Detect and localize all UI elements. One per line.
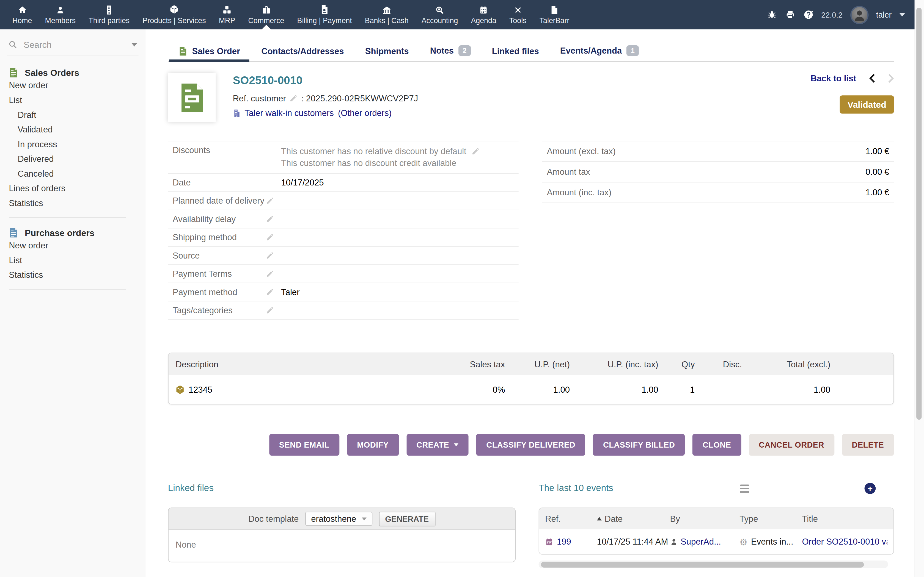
sidebar-item-validated[interactable]: Validated	[9, 122, 145, 137]
sidebar-item-canceled[interactable]: Canceled	[9, 166, 145, 181]
tab-notes[interactable]: Notes 2	[419, 42, 481, 61]
event-ref-link[interactable]: 199	[557, 537, 571, 546]
chevron-left-icon[interactable]	[869, 74, 875, 83]
nav-agenda[interactable]: Agenda	[464, 0, 503, 29]
sidebar-item-in-process[interactable]: In process	[9, 137, 145, 152]
event-title-link[interactable]: Order SO2510-0010 validate	[802, 537, 887, 546]
sidebar-section-sales-orders[interactable]: Sales Orders	[9, 68, 145, 77]
other-orders-link[interactable]: (Other orders)	[338, 108, 392, 118]
nav-commerce[interactable]: Commerce	[242, 0, 291, 29]
last-events-title[interactable]: The last 10 events	[539, 483, 613, 493]
nav-billing-payment[interactable]: Billing | Payment	[291, 0, 358, 29]
col-type[interactable]: Type	[740, 514, 802, 524]
username-label[interactable]: taler	[876, 10, 892, 19]
chevron-down-icon[interactable]	[899, 13, 905, 16]
add-event-button[interactable]	[864, 483, 876, 494]
tab-contacts-addresses[interactable]: Contacts/Addresses	[251, 43, 355, 61]
button-label: GENERATE	[385, 514, 429, 523]
col-date[interactable]: Date	[597, 514, 670, 524]
section-title: Purchase orders	[25, 228, 95, 238]
bank-icon	[382, 5, 392, 15]
edit-pencil-icon[interactable]	[289, 94, 298, 103]
cell-qty: 1	[658, 385, 695, 394]
user-avatar[interactable]	[850, 5, 869, 24]
edit-pencil-icon[interactable]	[266, 215, 274, 223]
help-icon[interactable]	[803, 9, 814, 20]
edit-pencil-icon[interactable]	[266, 269, 274, 278]
list-menu-icon[interactable]	[740, 485, 749, 493]
sidebar-section-purchase-orders[interactable]: Purchase orders	[9, 228, 145, 238]
edit-pencil-icon[interactable]	[266, 306, 274, 314]
accounting-search-icon	[435, 5, 444, 15]
product-link[interactable]: 12345	[189, 385, 212, 394]
generate-button[interactable]: GENERATE	[379, 511, 435, 526]
bug-icon[interactable]	[766, 10, 777, 19]
nav-talerbarr[interactable]: TalerBarr	[533, 0, 576, 29]
clone-button[interactable]: CLONE	[693, 434, 741, 456]
events-count-badge: 1	[627, 45, 638, 56]
back-to-list-link[interactable]: Back to list	[811, 74, 856, 83]
ref-customer-line: Ref. customer : 2025.290-02R5KWWCV2P7J	[233, 94, 894, 103]
edit-pencil-icon[interactable]	[266, 251, 274, 259]
sidebar-item-list[interactable]: List	[9, 92, 145, 107]
table-row: 199 10/17/25 11:44 AM SuperAd... Events …	[539, 529, 893, 554]
sidebar-item-draft[interactable]: Draft	[9, 107, 145, 122]
page-scrollbar[interactable]	[915, 0, 924, 577]
nav-home[interactable]: Home	[6, 0, 39, 29]
nav-tools[interactable]: Tools	[503, 0, 533, 29]
tab-shipments[interactable]: Shipments	[354, 43, 419, 61]
sidebar-item-new-order[interactable]: New order	[9, 78, 145, 93]
edit-pencil-icon[interactable]	[472, 147, 480, 156]
tab-linked-files[interactable]: Linked files	[481, 43, 549, 61]
event-by-link[interactable]: SuperAd...	[681, 537, 721, 546]
tab-sales-order[interactable]: Sales Order	[168, 43, 251, 61]
nav-third-parties[interactable]: Third parties	[82, 0, 136, 29]
sidebar-item-lines-of-orders[interactable]: Lines of orders	[9, 181, 145, 196]
linked-files-title[interactable]: Linked files	[168, 483, 214, 493]
nav-accounting[interactable]: Accounting	[415, 0, 464, 29]
edit-pencil-icon[interactable]	[266, 288, 274, 296]
print-icon[interactable]	[785, 10, 795, 19]
main-panel: Sales Order Contacts/Addresses Shipments…	[145, 29, 915, 577]
scrollbar-thumb[interactable]	[541, 561, 864, 567]
sidebar-item-statistics[interactable]: Statistics	[9, 195, 145, 210]
amount-label: Amount (excl. tax)	[547, 147, 616, 156]
classify-billed-button[interactable]: CLASSIFY BILLED	[593, 434, 685, 456]
sidebar-item-po-list[interactable]: List	[9, 253, 145, 268]
scrollbar-thumb[interactable]	[916, 8, 922, 420]
divider	[9, 289, 126, 290]
nav-banks-cash[interactable]: Banks | Cash	[358, 0, 415, 29]
delete-button[interactable]: DELETE	[842, 434, 894, 456]
user-silhouette-icon	[670, 537, 678, 546]
col-title[interactable]: Title	[802, 514, 887, 524]
field-row-availability-delay: Availability delay	[168, 210, 519, 228]
nav-products-services[interactable]: Products | Services	[136, 0, 212, 29]
sidebar-item-delivered[interactable]: Delivered	[9, 152, 145, 166]
modify-button[interactable]: MODIFY	[347, 434, 399, 456]
nav-label: Third parties	[89, 16, 129, 25]
create-button[interactable]: CREATE	[407, 434, 469, 456]
sidebar-item-po-statistics[interactable]: Statistics	[9, 268, 145, 282]
nav-mrp[interactable]: MRP	[212, 0, 242, 29]
send-email-button[interactable]: SEND EMAIL	[269, 434, 339, 456]
doc-template-select[interactable]: eratosthene	[305, 512, 372, 525]
field-label: Payment Terms	[173, 269, 232, 278]
search-input[interactable]	[22, 39, 126, 50]
edit-pencil-icon[interactable]	[266, 197, 274, 205]
nav-label: Billing | Payment	[297, 16, 352, 25]
chevron-down-icon[interactable]	[131, 43, 137, 46]
tab-events-agenda[interactable]: Events/Agenda 1	[549, 42, 649, 61]
cancel-order-button[interactable]: CANCEL ORDER	[749, 434, 834, 456]
sidebar-item-po-new-order[interactable]: New order	[9, 238, 145, 253]
nav-members[interactable]: Members	[39, 0, 82, 29]
customer-link[interactable]: Taler walk-in customers	[244, 108, 334, 118]
classify-delivered-button[interactable]: CLASSIFY DELIVERED	[476, 434, 585, 456]
edit-pencil-icon[interactable]	[266, 233, 274, 242]
events-horizontal-scrollbar[interactable]	[539, 561, 888, 568]
amount-row-tax: Amount tax 0.00 €	[542, 161, 894, 182]
amount-row-excl-tax: Amount (excl. tax) 1.00 €	[542, 141, 894, 161]
col-ref[interactable]: Ref.	[545, 514, 597, 524]
section-title: Sales Orders	[25, 68, 79, 77]
building-icon	[105, 5, 113, 15]
col-by[interactable]: By	[670, 514, 740, 524]
